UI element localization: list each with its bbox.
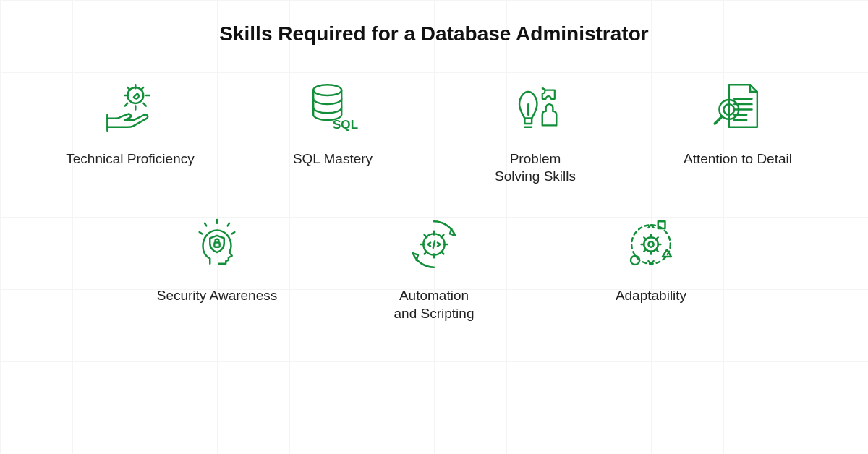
skill-label: Automation and Scripting <box>394 287 475 322</box>
skill-attention-detail: Attention to Detail <box>658 75 817 186</box>
gear-shapes-icon <box>618 212 684 277</box>
skill-sql-mastery: SQL SQL Mastery <box>253 75 412 186</box>
svg-text:SQL: SQL <box>333 118 358 132</box>
skill-label: Security Awareness <box>157 287 278 305</box>
svg-point-7 <box>631 225 671 264</box>
bulb-puzzle-icon <box>503 75 568 140</box>
skill-security-awareness: Security Awareness <box>130 212 304 322</box>
skill-label: SQL Mastery <box>293 150 373 168</box>
skills-grid: Technical Proficiency SQL SQL Mastery <box>0 61 868 323</box>
svg-point-9 <box>648 242 653 247</box>
document-magnify-icon <box>705 75 770 140</box>
head-shield-icon <box>184 212 250 277</box>
skill-label: Technical Proficiency <box>66 150 194 168</box>
database-sql-icon: SQL <box>300 75 365 140</box>
page-title: Skills Required for a Database Administr… <box>0 0 868 61</box>
skill-label: Adaptability <box>616 287 686 305</box>
skill-technical-proficiency: Technical Proficiency <box>51 75 210 186</box>
skill-automation-scripting: Automation and Scripting <box>347 212 521 322</box>
hand-gear-icon <box>98 75 163 140</box>
gear-cycle-icon <box>401 212 467 277</box>
skill-adaptability: Adaptability <box>564 212 738 322</box>
skills-row-2: Security Awareness Automation and Script… <box>130 212 738 322</box>
skill-problem-solving: Problem Solving Skills <box>456 75 615 186</box>
skill-label: Attention to Detail <box>684 150 792 168</box>
svg-point-1 <box>313 85 341 95</box>
skill-label: Problem Solving Skills <box>495 150 576 186</box>
skills-row-1: Technical Proficiency SQL SQL Mastery <box>51 75 817 186</box>
svg-point-11 <box>631 256 639 265</box>
